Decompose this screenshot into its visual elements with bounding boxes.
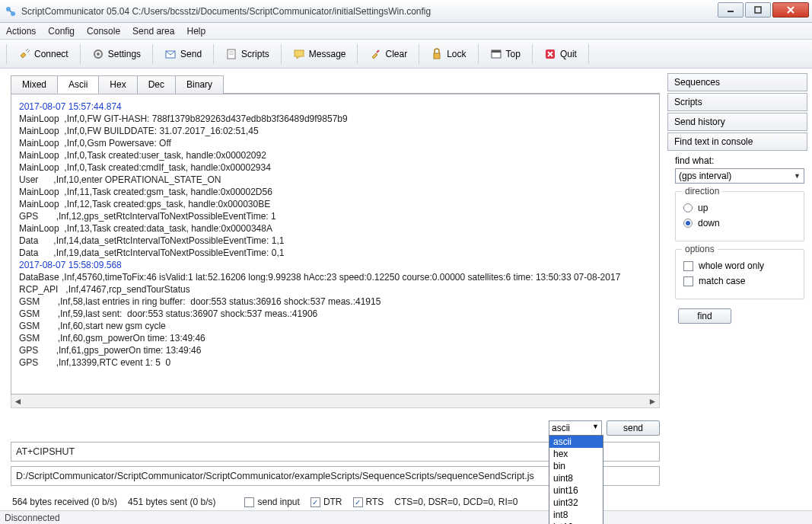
chevron-down-icon: ▼ xyxy=(794,172,801,180)
script-icon xyxy=(225,48,237,60)
option-ascii[interactable]: ascii xyxy=(549,436,603,448)
menu-send-area[interactable]: Send area xyxy=(132,26,174,37)
connect-button[interactable]: Connect xyxy=(11,44,75,64)
timestamp: 2017-08-07 15:58:09.568 xyxy=(19,259,651,271)
log-line: MainLoop ,Inf,0,Task created:user_task, … xyxy=(19,149,651,161)
minimize-button[interactable] xyxy=(718,2,744,18)
svg-rect-3 xyxy=(755,7,761,13)
menu-bar: Actions Config Console Send area Help xyxy=(0,23,812,40)
log-line: MainLoop ,Inf,0,Task created:cmdIf_task,… xyxy=(19,161,651,174)
lock-label: Lock xyxy=(447,49,466,59)
window-icon xyxy=(490,48,502,60)
accordion-sequences[interactable]: Sequences xyxy=(667,73,807,91)
tab-dec[interactable]: Dec xyxy=(137,75,176,94)
quit-label: Quit xyxy=(560,49,577,59)
option-uint32[interactable]: uint32 xyxy=(549,497,603,509)
brush-icon xyxy=(369,48,381,60)
find-panel: find what: (gps interval) ▼ direction up… xyxy=(667,155,807,324)
title-bar: ScriptCommunicator 05.04 C:/Users/bcsstz… xyxy=(0,0,812,23)
scripts-button[interactable]: Scripts xyxy=(218,44,276,64)
message-icon xyxy=(293,48,305,60)
option-bin[interactable]: bin xyxy=(549,460,603,472)
find-what-value: (gps interval) xyxy=(679,171,731,181)
dtr-checkbox[interactable]: ✓DTR xyxy=(310,497,342,507)
log-line: MainLoop ,Inf,0,FW GIT-HASH: 788f1379b82… xyxy=(19,113,651,125)
plug-icon xyxy=(18,48,30,60)
log-line: GSM ,Inf,60,gsm_powerOn time: 13:49:46 xyxy=(19,332,651,344)
find-what-label: find what: xyxy=(675,155,804,166)
log-line: GSM ,Inf,59,last sent: door:553 status:3… xyxy=(19,308,651,320)
send-format-select[interactable]: ascii ▼ ascii hex bin uint8 uint16 uint3… xyxy=(549,420,602,436)
log-line: MainLoop ,Inf,0,FW BUILDDATE: 31.07.2017… xyxy=(19,125,651,137)
rts-checkbox[interactable]: ✓RTS xyxy=(353,497,384,507)
log-line: GPS ,Inf,12,gps_setRtcIntervalToNextPoss… xyxy=(19,210,651,222)
quit-icon xyxy=(544,48,556,60)
option-hex[interactable]: hex xyxy=(549,448,603,460)
close-button[interactable] xyxy=(772,2,809,18)
log-line: MainLoop ,Inf,13,Task created:data_task,… xyxy=(19,222,651,235)
quit-button[interactable]: Quit xyxy=(537,44,584,64)
direction-down[interactable]: down xyxy=(683,218,796,228)
timestamp: 2017-08-07 15:57:44.874 xyxy=(19,101,651,113)
console-tabs: Mixed Ascii Hex Dec Binary xyxy=(11,75,660,94)
chevron-down-icon: ▼ xyxy=(592,423,599,430)
option-int8[interactable]: int8 xyxy=(549,509,603,521)
option-int16[interactable]: int16 xyxy=(549,521,603,524)
console-output[interactable]: 2017-08-07 15:57:44.874 MainLoop ,Inf,0,… xyxy=(11,94,660,395)
app-icon xyxy=(5,5,17,18)
send-label: Send xyxy=(180,49,202,59)
options-group: options whole word only match case xyxy=(675,249,804,299)
menu-actions[interactable]: Actions xyxy=(6,26,36,37)
bytes-received: 564 bytes received (0 b/s) xyxy=(12,497,117,507)
lock-button[interactable]: Lock xyxy=(424,44,473,64)
send-button-tb[interactable]: Send xyxy=(158,44,209,64)
log-line: MainLoop ,Inf,12,Task created:gps_task, … xyxy=(19,198,651,210)
menu-help[interactable]: Help xyxy=(186,26,205,37)
log-line: GPS ,Inf,61,gps_powerOn time: 13:49:46 xyxy=(19,344,651,356)
svg-line-4 xyxy=(26,49,28,51)
accordion-find-text[interactable]: Find text in console xyxy=(667,133,807,151)
log-line: RCP_API ,Inf,47467,rcp_sendTourStatus xyxy=(19,283,651,296)
accordion-scripts[interactable]: Scripts xyxy=(667,93,807,111)
settings-label: Settings xyxy=(108,49,141,59)
whole-word-checkbox[interactable]: whole word only xyxy=(683,260,796,271)
connection-status: Disconnected xyxy=(5,513,60,523)
top-label: Top xyxy=(506,49,521,59)
message-label: Message xyxy=(309,49,346,59)
clear-button[interactable]: Clear xyxy=(362,44,414,64)
log-line: MainLoop ,Inf,0,Gsm Powersave: Off xyxy=(19,137,651,149)
gear-icon xyxy=(92,48,104,60)
option-uint8[interactable]: uint8 xyxy=(549,472,603,484)
tab-binary[interactable]: Binary xyxy=(175,75,224,94)
scroll-right-icon[interactable]: ► xyxy=(646,395,659,407)
option-uint16[interactable]: uint16 xyxy=(549,484,603,497)
svg-point-7 xyxy=(97,53,100,56)
maximize-button[interactable] xyxy=(745,2,771,18)
tab-ascii[interactable]: Ascii xyxy=(57,75,99,94)
scroll-left-icon[interactable]: ◄ xyxy=(11,395,24,407)
lock-icon xyxy=(431,48,443,60)
options-label: options xyxy=(682,244,718,254)
horizontal-scrollbar[interactable]: ◄ ► xyxy=(11,395,660,408)
connect-label: Connect xyxy=(34,49,68,59)
tab-mixed[interactable]: Mixed xyxy=(11,75,58,94)
menu-config[interactable]: Config xyxy=(48,26,75,37)
direction-up[interactable]: up xyxy=(683,203,796,213)
find-button[interactable]: find xyxy=(678,308,731,324)
top-button[interactable]: Top xyxy=(483,44,527,64)
send-format-dropdown[interactable]: ascii hex bin uint8 uint16 uint32 int8 i… xyxy=(549,435,603,524)
log-line: Data ,Inf,19,data_setRtcIntervalToNextPo… xyxy=(19,247,651,259)
send-button[interactable]: send xyxy=(607,420,660,436)
svg-line-5 xyxy=(27,50,30,53)
find-what-input[interactable]: (gps interval) ▼ xyxy=(675,168,804,184)
log-line: GSM ,Inf,60,start new gsm cycle xyxy=(19,320,651,332)
settings-button[interactable]: Settings xyxy=(85,44,148,64)
tab-hex[interactable]: Hex xyxy=(98,75,137,94)
send-input-checkbox[interactable]: send input xyxy=(244,497,299,507)
log-line: Data ,Inf,14,data_setRtcIntervalToNextPo… xyxy=(19,235,651,247)
match-case-checkbox[interactable]: match case xyxy=(683,276,796,286)
svg-rect-14 xyxy=(434,53,440,59)
message-button[interactable]: Message xyxy=(286,44,353,64)
accordion-send-history[interactable]: Send history xyxy=(667,113,807,131)
menu-console[interactable]: Console xyxy=(87,26,120,37)
